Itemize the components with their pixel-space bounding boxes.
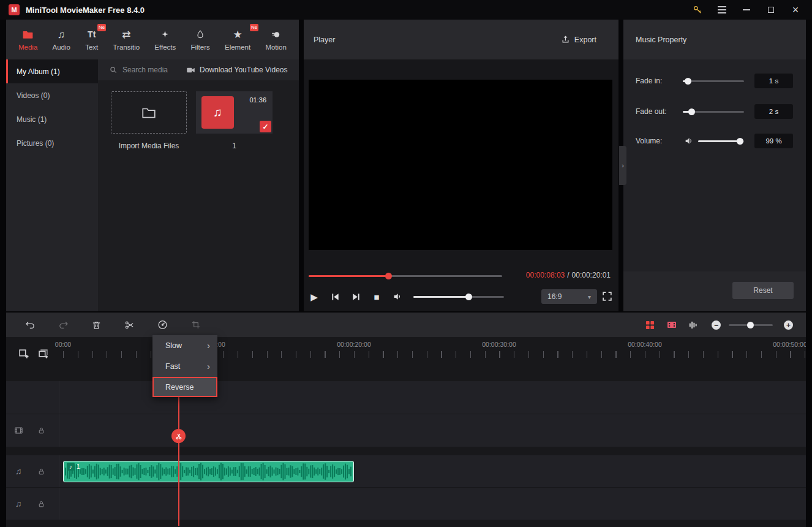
music-property-footer: Reset	[623, 271, 806, 311]
player-header: Player Export	[304, 20, 618, 59]
fullscreen-button[interactable]	[602, 291, 612, 301]
sidebar-item-pictures[interactable]: Pictures (0)	[6, 131, 98, 155]
ruler-label: 00:00:40:00	[628, 341, 661, 348]
chevron-down-icon: ▾	[588, 294, 591, 300]
timeline-zoom-slider[interactable]	[729, 324, 773, 326]
menu-icon[interactable]	[716, 4, 727, 15]
tab-filters[interactable]: Filters	[190, 28, 209, 51]
undo-button[interactable]	[25, 320, 36, 330]
chevron-right-icon: ›	[622, 162, 624, 169]
crop-button[interactable]	[190, 320, 201, 330]
tab-media[interactable]: Media	[18, 28, 37, 51]
music-note-icon: ♪	[67, 463, 75, 471]
track-row-overlay[interactable]	[6, 381, 806, 414]
tab-text[interactable]: TtNe Text	[85, 28, 98, 51]
track-header-music-2: ♫	[6, 488, 59, 520]
title-bar: M MiniTool MovieMaker Free 8.4.0 ×	[0, 0, 812, 20]
lock-icon[interactable]	[36, 466, 46, 476]
menu-item-label: Reverse	[165, 383, 194, 392]
tab-label: Motion	[265, 44, 287, 51]
add-track-icon[interactable]	[18, 349, 29, 359]
current-time: 00:00:08:03	[526, 271, 565, 279]
aspect-ratio-dropdown[interactable]: 16:9 ▾	[541, 289, 597, 304]
minimize-button[interactable]	[741, 4, 752, 15]
media-duration: 01:36	[249, 96, 266, 104]
lock-icon[interactable]	[36, 499, 46, 509]
tab-effects[interactable]: Effects	[154, 28, 176, 51]
track-row-music-2[interactable]: ♫	[6, 488, 806, 520]
sidebar-item-my-album[interactable]: My Album (1)	[6, 59, 98, 83]
download-youtube-label: Download YouTube Videos	[200, 66, 287, 74]
clip-name: 1	[77, 463, 80, 470]
zoom-out-button[interactable]: −	[712, 320, 721, 330]
fade-in-handle[interactable]	[685, 78, 691, 85]
fade-out-handle[interactable]	[688, 108, 695, 115]
media-grid-icon[interactable]	[645, 320, 655, 330]
player-volume-fill	[413, 296, 468, 298]
menu-item-slow[interactable]: Slow ›	[152, 335, 217, 356]
library-sidebar: My Album (1) Videos (0) Music (1) Pictur…	[6, 59, 98, 311]
delete-button[interactable]	[91, 320, 102, 330]
video-track-icon	[13, 426, 23, 436]
sidebar-item-music[interactable]: Music (1)	[6, 107, 98, 131]
play-button[interactable]: ▶	[309, 292, 319, 301]
total-time: 00:00:20:01	[572, 271, 611, 279]
seek-handle[interactable]	[385, 273, 392, 279]
zoom-in-button[interactable]: +	[784, 320, 793, 330]
close-button[interactable]: ×	[790, 4, 801, 15]
tab-transition[interactable]: ⇄ Transitio	[113, 28, 140, 51]
speed-button[interactable]	[157, 320, 168, 330]
media-panel: Search media Download YouTube Videos Imp…	[98, 59, 299, 311]
search-icon	[109, 66, 118, 74]
split-scissors-button[interactable]	[124, 320, 135, 330]
media-item-card[interactable]: ♫ 01:36 ✓	[196, 91, 273, 134]
tab-audio[interactable]: ♫ Audio	[53, 28, 70, 51]
effects-sparkle-icon	[160, 28, 170, 40]
volume-slider[interactable]	[698, 140, 744, 142]
player-volume-handle[interactable]	[465, 294, 472, 300]
tab-elements[interactable]: ★Ne Element	[225, 28, 250, 51]
menu-item-label: Fast	[165, 362, 180, 371]
volume-value: 99 %	[754, 134, 793, 148]
audio-clip[interactable]: ♪ 1	[63, 461, 354, 482]
reset-button[interactable]: Reset	[732, 282, 794, 299]
music-track-icon: ♫	[13, 499, 23, 509]
key-icon[interactable]	[692, 4, 703, 15]
download-youtube-button[interactable]: Download YouTube Videos	[186, 66, 287, 75]
volume-speaker-icon[interactable]	[684, 136, 694, 146]
speed-context-menu: Slow › Fast › Reverse	[152, 335, 217, 397]
next-frame-button[interactable]	[351, 292, 361, 301]
export-button[interactable]: Export	[561, 35, 596, 44]
add-track-layers-icon[interactable]	[38, 349, 48, 359]
stop-button[interactable]: ■	[372, 292, 382, 301]
audio-wave-icon[interactable]	[688, 320, 697, 330]
playhead-split-marker[interactable]	[171, 429, 186, 443]
lock-icon[interactable]	[36, 426, 46, 436]
seek-bar[interactable]	[309, 275, 502, 277]
fade-in-slider[interactable]	[683, 80, 744, 82]
tab-motion[interactable]: Motion	[265, 28, 287, 51]
music-property-title: Music Property	[623, 20, 806, 59]
filmstrip-icon[interactable]	[667, 320, 677, 330]
maximize-button[interactable]	[765, 4, 776, 15]
player-volume-slider[interactable]	[413, 296, 504, 298]
menu-item-reverse[interactable]: Reverse	[152, 377, 217, 397]
transition-arrows-icon: ⇄	[122, 28, 130, 40]
search-media[interactable]: Search media	[109, 66, 168, 74]
fade-out-slider[interactable]	[683, 111, 744, 113]
track-row-video[interactable]	[6, 414, 806, 447]
previous-frame-button[interactable]	[330, 292, 340, 301]
player-panel: Player Export 00:00:08:03 / 00:00:20:01 …	[304, 20, 618, 311]
sidebar-item-videos[interactable]: Videos (0)	[6, 83, 98, 107]
filters-droplet-icon	[195, 28, 205, 40]
folder-outline-icon	[141, 105, 157, 121]
menu-item-fast[interactable]: Fast ›	[152, 356, 217, 377]
fade-in-value: 1 s	[754, 74, 793, 88]
media-folder-icon	[22, 28, 34, 40]
timeline-zoom-handle[interactable]	[747, 322, 754, 328]
volume-handle[interactable]	[737, 138, 743, 145]
import-media-dropzone[interactable]	[111, 91, 187, 134]
redo-button[interactable]	[58, 320, 69, 330]
speaker-icon[interactable]	[393, 292, 402, 301]
panel-collapse-handle[interactable]: ›	[619, 146, 626, 185]
